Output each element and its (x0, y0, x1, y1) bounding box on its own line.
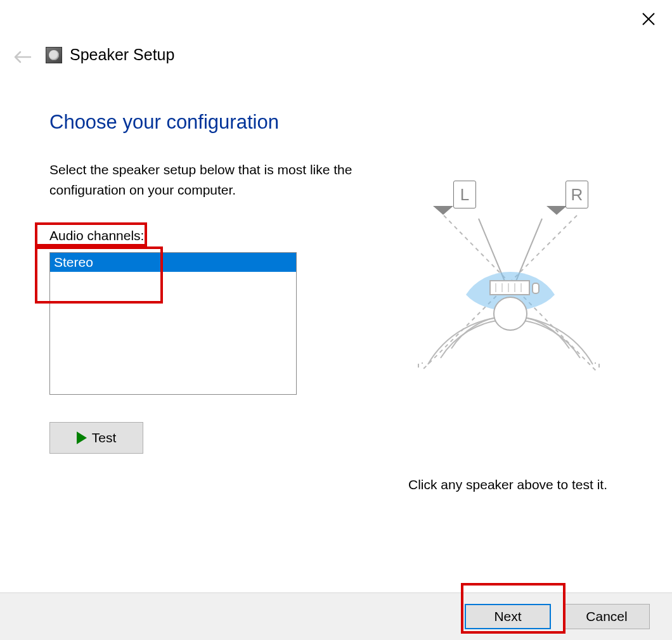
audio-channels-list[interactable]: Stereo (49, 252, 297, 395)
cancel-button[interactable]: Cancel (564, 604, 650, 629)
test-button-label: Test (92, 430, 117, 445)
audio-channels-label: Audio channels: (49, 228, 144, 243)
play-icon (77, 432, 87, 444)
dialog-button-bar: Next Cancel (0, 592, 672, 640)
back-button[interactable] (14, 51, 32, 63)
audio-channel-option-stereo[interactable]: Stereo (50, 253, 296, 272)
close-icon (641, 11, 656, 27)
speaker-right-cone-icon (546, 206, 567, 215)
speaker-diagram: L R (406, 181, 615, 390)
svg-point-4 (494, 297, 527, 330)
speaker-left-cone-icon (433, 206, 453, 215)
next-button[interactable]: Next (465, 604, 551, 629)
instruction-text: Select the speaker setup below that is m… (49, 160, 366, 200)
close-button[interactable] (639, 10, 658, 29)
back-arrow-icon (14, 51, 32, 63)
window-title: Speaker Setup (70, 46, 174, 64)
speaker-left[interactable]: L (453, 181, 476, 208)
speaker-right[interactable]: R (565, 181, 588, 208)
speaker-icon (46, 47, 62, 63)
page-heading: Choose your configuration (49, 111, 279, 134)
window-title-row: Speaker Setup (46, 46, 174, 64)
test-button[interactable]: Test (49, 422, 143, 454)
diagram-hint: Click any speaker above to test it. (408, 477, 607, 492)
svg-rect-11 (533, 283, 539, 293)
